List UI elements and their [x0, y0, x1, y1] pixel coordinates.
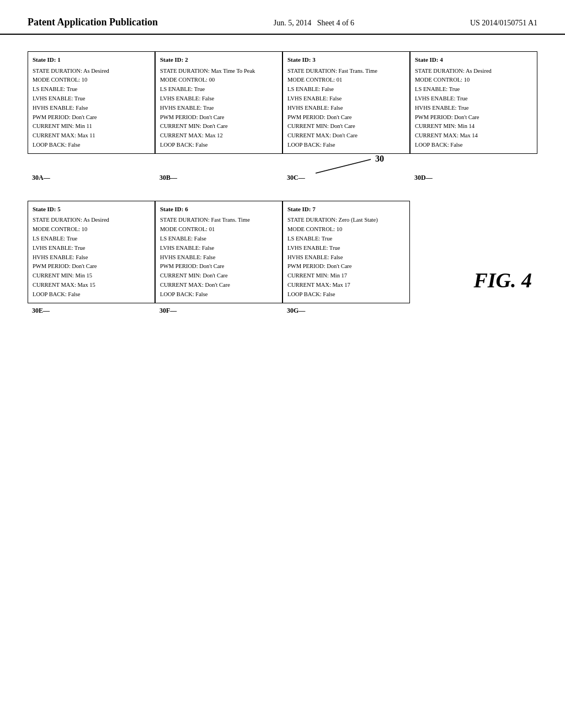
state-1-line-6: PWM PERIOD: Don't Care [33, 113, 150, 122]
label-30e: 30E— [32, 307, 50, 315]
state-4-line-6: PWM PERIOD: Don't Care [415, 113, 532, 122]
state-1-line-4: LVHS ENABLE: True [33, 94, 150, 104]
state-box-6: State ID: 6 STATE DURATION: Fast Trans. … [155, 201, 282, 303]
state-box-2: State ID: 2 STATE DURATION: Max Time To … [155, 51, 282, 154]
state-box-7: State ID: 7 STATE DURATION: Zero (Last S… [282, 201, 410, 303]
header-patent-number: US 2014/0150751 A1 [470, 17, 537, 28]
state-6-line-7: CURRENT MIN: Don't Care [160, 271, 278, 281]
state-7-line-9: LOOP BACK: False [287, 290, 405, 299]
main-content: State ID: 1 STATE DURATION: As Desired M… [0, 46, 565, 343]
state-3-line-6: PWM PERIOD: Don't Care [287, 113, 405, 122]
svg-text:30: 30 [375, 154, 384, 163]
state-6-line-1: STATE DURATION: Fast Trans. Time [160, 216, 278, 225]
state-6-line-9: LOOP BACK: False [160, 290, 278, 299]
state-4-line-1: STATE DURATION: As Desired [415, 67, 532, 76]
state-7-line-2: MODE CONTROL: 10 [287, 225, 405, 234]
state-5-line-8: CURRENT MAX: Max 15 [33, 281, 150, 290]
label-30c: 30C— [287, 174, 305, 182]
state-2-line-1: STATE DURATION: Max Time To Peak [160, 67, 278, 76]
state-6-line-6: PWM PERIOD: Don't Care [160, 262, 278, 271]
state-1-line-7: CURRENT MIN: Min 11 [33, 122, 150, 131]
state-box-3: State ID: 3 STATE DURATION: Fast Trans. … [282, 51, 410, 154]
state-1-title: State ID: 1 [33, 55, 150, 65]
label-30b: 30B— [159, 174, 177, 182]
label-30f: 30F— [159, 307, 177, 315]
state-6-line-5: HVHS ENABLE: False [160, 253, 278, 263]
state-1-line-1: STATE DURATION: As Desired [33, 67, 150, 76]
state-6-line-3: LS ENABLE: False [160, 234, 278, 244]
state-3-line-4: LVHS ENABLE: False [287, 94, 405, 104]
state-1-line-2: MODE CONTROL: 10 [33, 76, 150, 85]
state-5-line-7: CURRENT MIN: Min 15 [33, 271, 150, 281]
state-2-line-5: HVHS ENABLE: True [160, 104, 278, 113]
diagram-container: State ID: 1 STATE DURATION: As Desired M… [28, 51, 537, 321]
state-7-line-8: CURRENT MAX: Max 17 [287, 281, 405, 290]
state-7-line-7: CURRENT MIN: Min 17 [287, 271, 405, 281]
state-5-line-2: MODE CONTROL: 10 [33, 225, 150, 234]
state-1-line-8: CURRENT MAX: Max 11 [33, 131, 150, 141]
state-7-line-1: STATE DURATION: Zero (Last State) [287, 216, 405, 225]
state-3-line-3: LS ENABLE: False [287, 85, 405, 94]
state-2-line-7: CURRENT MIN: Don't Care [160, 122, 278, 131]
state-4-line-4: LVHS ENABLE: True [415, 94, 532, 104]
page-header: Patent Application Publication Jun. 5, 2… [0, 0, 565, 35]
state-2-line-6: PWM PERIOD: Don't Care [160, 113, 278, 122]
states-grid-top: State ID: 1 STATE DURATION: As Desired M… [28, 51, 537, 154]
state-5-line-9: LOOP BACK: False [33, 290, 150, 299]
state-2-line-2: MODE CONTROL: 00 [160, 76, 278, 85]
state-4-line-9: LOOP BACK: False [415, 141, 532, 150]
state-7-title: State ID: 7 [287, 205, 405, 215]
state-3-line-7: CURRENT MIN: Don't Care [287, 122, 405, 131]
label-30d: 30D— [414, 174, 433, 182]
state-5-line-3: LS ENABLE: True [33, 234, 150, 244]
state-5-line-5: HVHS ENABLE: False [33, 253, 150, 263]
state-5-line-4: LVHS ENABLE: True [33, 244, 150, 253]
header-title: Patent Application Publication [28, 17, 158, 28]
state-6-title: State ID: 6 [160, 205, 278, 215]
state-5-title: State ID: 5 [33, 205, 150, 215]
arrow-to-ref-30: 30 [316, 154, 426, 184]
state-4-line-5: HVHS ENABLE: True [415, 104, 532, 113]
state-4-line-8: CURRENT MAX: Max 14 [415, 131, 532, 141]
state-3-title: State ID: 3 [287, 55, 405, 65]
state-1-line-9: LOOP BACK: False [33, 141, 150, 150]
state-4-line-3: LS ENABLE: True [415, 85, 532, 94]
state-4-title: State ID: 4 [415, 55, 532, 65]
state-box-1: State ID: 1 STATE DURATION: As Desired M… [28, 51, 155, 154]
state-7-line-5: HVHS ENABLE: False [287, 253, 405, 263]
state-1-line-5: HVHS ENABLE: False [33, 104, 150, 113]
state-3-line-1: STATE DURATION: Fast Trans. Time [287, 67, 405, 76]
state-4-line-2: MODE CONTROL: 10 [415, 76, 532, 85]
state-6-line-8: CURRENT MAX: Don't Care [160, 281, 278, 290]
state-6-line-2: MODE CONTROL: 01 [160, 225, 278, 234]
label-30g: 30G— [287, 307, 305, 315]
state-2-title: State ID: 2 [160, 55, 278, 65]
state-7-line-3: LS ENABLE: True [287, 234, 405, 244]
state-3-line-9: LOOP BACK: False [287, 141, 405, 150]
state-7-line-6: PWM PERIOD: Don't Care [287, 262, 405, 271]
state-2-line-3: LS ENABLE: True [160, 85, 278, 94]
state-5-line-1: STATE DURATION: As Desired [33, 216, 150, 225]
state-3-line-5: HVHS ENABLE: False [287, 104, 405, 113]
state-4-line-7: CURRENT MIN: Min 14 [415, 122, 532, 131]
state-3-line-8: CURRENT MAX: Don't Care [287, 131, 405, 141]
state-3-line-2: MODE CONTROL: 01 [287, 76, 405, 85]
empty-cell: FIG. 4 [410, 201, 537, 303]
state-7-line-4: LVHS ENABLE: True [287, 244, 405, 253]
states-grid-bottom: State ID: 5 STATE DURATION: As Desired M… [28, 201, 537, 303]
header-date-sheet: Jun. 5, 2014 Sheet 4 of 6 [274, 17, 354, 28]
fig-label: FIG. 4 [473, 268, 532, 292]
state-box-4: State ID: 4 STATE DURATION: As Desired M… [410, 51, 537, 154]
state-2-line-8: CURRENT MAX: Max 12 [160, 131, 278, 141]
state-2-line-9: LOOP BACK: False [160, 141, 278, 150]
state-1-line-3: LS ENABLE: True [33, 85, 150, 94]
state-6-line-4: LVHS ENABLE: False [160, 244, 278, 253]
svg-line-0 [316, 159, 371, 173]
state-5-line-6: PWM PERIOD: Don't Care [33, 262, 150, 271]
state-2-line-4: LVHS ENABLE: False [160, 94, 278, 104]
state-box-5: State ID: 5 STATE DURATION: As Desired M… [28, 201, 155, 303]
label-30a: 30A— [32, 174, 50, 182]
